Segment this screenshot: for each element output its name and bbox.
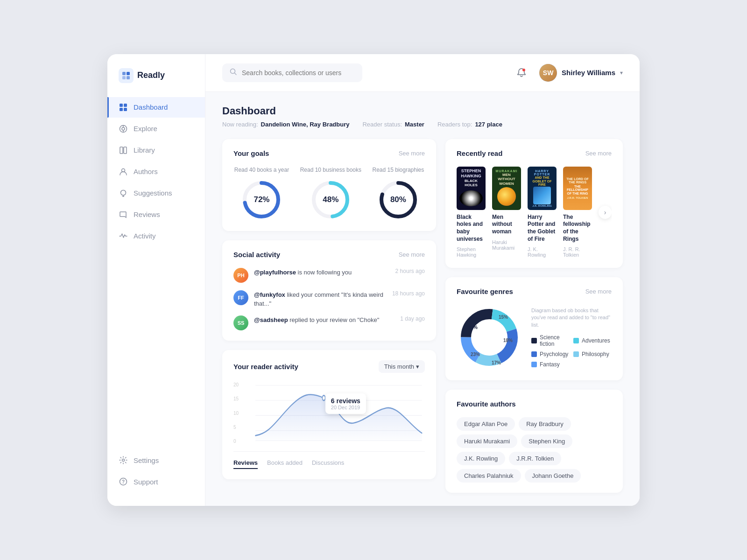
goals-title: Your goals (233, 149, 269, 157)
svg-text:15%: 15% (499, 315, 508, 320)
activity-avatar: FF (233, 290, 248, 305)
notification-bell[interactable] (513, 64, 530, 81)
chart-tab-discussions[interactable]: Discussions (312, 457, 344, 469)
sidebar-item-explore[interactable]: Explore (107, 119, 205, 139)
app-container: Readly Dashboard (107, 54, 640, 506)
chart-tab-reviews[interactable]: Reviews (233, 457, 258, 469)
suggestions-icon (119, 189, 128, 198)
activity-icon (119, 231, 128, 241)
search-input[interactable] (242, 69, 355, 77)
book-cover: MURAKAMI MEN WITHOUT WOMEN (492, 167, 521, 210)
books-nav-next[interactable]: › (599, 206, 612, 219)
svg-point-18 (122, 459, 125, 462)
authors-icon (119, 167, 128, 176)
legend-item: Adventures (573, 334, 612, 347)
sidebar-item-authors[interactable]: Authors (107, 161, 205, 182)
svg-line-22 (235, 73, 237, 75)
chart-area: 20151050 (233, 380, 425, 446)
left-col: Your goals See more Read 40 books a year (222, 139, 436, 493)
svg-point-23 (522, 69, 525, 71)
period-selector[interactable]: This month ▾ (379, 360, 425, 373)
book-item: MURAKAMI MEN WITHOUT WOMEN Men without w… (492, 167, 521, 251)
period-chevron-icon: ▾ (416, 363, 419, 370)
sidebar-item-dashboard[interactable]: Dashboard (107, 97, 205, 118)
reviews-icon (119, 210, 128, 219)
legend-item: Fantasy (531, 361, 570, 368)
chart-tab-books-added[interactable]: Books added (267, 457, 303, 469)
svg-rect-4 (120, 104, 123, 107)
goal-item: Read 10 business books 48% (300, 167, 361, 221)
user-profile[interactable]: SW Shirley Williams ▾ (539, 64, 623, 82)
book-author: Haruki Murakami (492, 239, 521, 251)
svg-rect-1 (127, 72, 130, 75)
logo-icon (119, 68, 134, 83)
main-content: SW Shirley Williams ▾ Dashboard Now read… (205, 54, 640, 506)
svg-rect-12 (120, 147, 123, 154)
author-tag[interactable]: Haruki Murakami (457, 434, 517, 448)
activity-item: FF @funkyfox liked your comment "It's ki… (233, 290, 425, 308)
book-title: The fellowship of the Rings (563, 214, 592, 243)
genres-legend: Diagram based ob books that you've read … (531, 307, 612, 368)
goal-percent: 48% (323, 195, 338, 204)
app-name: Readly (137, 70, 165, 80)
legend-label: Fantasy (540, 361, 560, 368)
user-name: Shirley Williams (562, 69, 615, 77)
sidebar-item-activity[interactable]: Activity (107, 226, 205, 246)
sidebar-item-support[interactable]: ? Support (107, 471, 205, 492)
author-tag[interactable]: J.K. Rowling (457, 452, 505, 465)
dashboard-body: Dashboard Now reading: Dandelion Wine, R… (205, 92, 640, 506)
sidebar-item-suggestions[interactable]: Suggestions (107, 183, 205, 203)
legend-label: Adventures (582, 337, 610, 344)
sidebar-item-reviews[interactable]: Reviews (107, 204, 205, 225)
sidebar-bottom: Settings ? Support (107, 450, 205, 492)
goal-percent: 72% (254, 195, 269, 204)
book-cover: THE LORD OF THE RINGS THE FELLOWSHIP OF … (563, 167, 592, 210)
svg-rect-5 (124, 104, 127, 107)
svg-text:?: ? (122, 479, 125, 484)
support-icon: ? (119, 477, 128, 486)
sidebar-item-settings[interactable]: Settings (107, 450, 205, 470)
sidebar-logo: Readly (107, 68, 205, 97)
activity-time: 1 day ago (400, 315, 425, 322)
social-see-more[interactable]: See more (399, 251, 425, 258)
legend-item: Science fiction (531, 334, 570, 347)
goals-see-more[interactable]: See more (399, 150, 425, 157)
goal-item: Read 15 biographies 80% (373, 167, 424, 221)
genres-see-more[interactable]: See more (585, 288, 612, 295)
sidebar-item-label: Support (134, 478, 158, 486)
goal-circle: 48% (310, 179, 352, 221)
chevron-down-icon: ▾ (620, 70, 623, 76)
author-tag[interactable]: Charles Palahniuk (457, 469, 521, 483)
search-box[interactable] (222, 63, 362, 82)
book-item: THE LORD OF THE RINGS THE FELLOWSHIP OF … (563, 167, 592, 258)
sidebar: Readly Dashboard (107, 54, 205, 506)
author-tag[interactable]: Johann Goethe (525, 469, 581, 483)
svg-text:27%: 27% (468, 325, 478, 330)
book-cover: STEPHEN HAWKING BLACK HOLES (457, 167, 486, 210)
social-activity-card: Social activity See more PH @playfulhors… (222, 240, 436, 341)
author-tag[interactable]: Stephen King (521, 434, 572, 448)
author-tag[interactable]: Ray Bradbury (519, 417, 571, 431)
sidebar-item-label: Explore (134, 125, 157, 133)
genres-title: Favourite genres (457, 287, 513, 295)
genres-note: Diagram based ob books that you've read … (531, 307, 612, 329)
goal-circle: 72% (240, 179, 282, 221)
recently-read-card: Recently read See more STEPHEN HAWKING B… (445, 139, 623, 268)
chart-tooltip: 6 reviews 20 Dec 2019 (325, 393, 366, 414)
donut-chart: 27% 18% 23% 17% 15% (457, 305, 522, 370)
author-tag[interactable]: J.R.R. Tolkien (509, 452, 561, 465)
search-icon (230, 68, 237, 77)
book-item: STEPHEN HAWKING BLACK HOLES Black holes … (457, 167, 486, 258)
activity-time: 2 hours ago (395, 268, 425, 274)
legend-label: Psychology (540, 351, 568, 357)
activity-text: @funkyfox liked your comment "It's kinda… (254, 291, 383, 307)
header-right: SW Shirley Williams ▾ (513, 64, 623, 82)
activity-time: 18 hours ago (392, 290, 425, 297)
recently-read-see-more[interactable]: See more (585, 150, 612, 157)
sidebar-item-library[interactable]: Library (107, 140, 205, 161)
social-title: Social activity (233, 251, 280, 259)
library-icon (119, 146, 128, 155)
sidebar-item-label: Dashboard (134, 103, 168, 111)
svg-point-15 (121, 190, 126, 195)
author-tag[interactable]: Edgar Allan Poe (457, 417, 515, 431)
